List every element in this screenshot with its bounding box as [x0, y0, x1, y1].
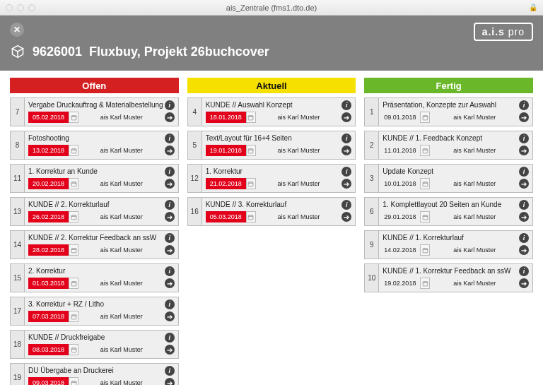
task-date[interactable]: 28.02.2018: [28, 244, 78, 256]
info-icon[interactable]: i: [165, 266, 175, 276]
calendar-icon[interactable]: [246, 211, 256, 222]
calendar-icon[interactable]: [69, 112, 78, 123]
info-icon[interactable]: i: [165, 333, 175, 343]
info-icon[interactable]: i: [165, 200, 175, 210]
calendar-icon[interactable]: [420, 145, 430, 156]
arrow-right-icon[interactable]: ➔: [341, 212, 351, 222]
info-icon[interactable]: i: [519, 266, 529, 276]
arrow-right-icon[interactable]: ➔: [165, 245, 175, 255]
arrow-right-icon[interactable]: ➔: [165, 179, 175, 189]
task-card[interactable]: 5Text/Layout für 16+4 Seiteni19.01.2018a…: [187, 131, 356, 160]
window-close-dot[interactable]: [6, 4, 13, 11]
info-icon[interactable]: i: [341, 167, 351, 177]
arrow-right-icon[interactable]: ➔: [341, 145, 351, 155]
info-icon[interactable]: i: [165, 299, 175, 309]
calendar-icon[interactable]: [246, 145, 256, 156]
task-date[interactable]: 26.02.2018: [28, 211, 78, 222]
task-date[interactable]: 05.03.2018: [206, 211, 256, 222]
task-date[interactable]: 20.02.2018: [28, 178, 78, 189]
info-icon[interactable]: i: [165, 100, 175, 110]
task-card[interactable]: 111. Korrektur an Kundei20.02.2018ais Ka…: [10, 164, 179, 193]
task-card[interactable]: 18KUNDE // Druckfreigabei08.03.2018ais K…: [10, 330, 179, 359]
info-icon[interactable]: i: [165, 233, 175, 243]
calendar-icon[interactable]: [69, 344, 78, 355]
task-card[interactable]: 152. Korrekturi01.03.2018ais Karl Muster…: [10, 263, 179, 292]
info-icon[interactable]: i: [341, 100, 351, 110]
arrow-right-icon[interactable]: ➔: [165, 278, 175, 288]
column-lane-current[interactable]: 4KUNDE // Auswahl Konzepti18.01.2018ais …: [187, 93, 356, 385]
task-date[interactable]: 01.03.2018: [28, 278, 78, 289]
close-button[interactable]: ✕: [10, 23, 24, 37]
window-min-dot[interactable]: [17, 4, 24, 11]
task-date[interactable]: 08.03.2018: [28, 344, 78, 355]
calendar-icon[interactable]: [69, 244, 78, 256]
task-card[interactable]: 1Präsentation, Konzepte zur Auswahli09.0…: [364, 97, 533, 126]
info-icon[interactable]: i: [341, 133, 351, 143]
arrow-right-icon[interactable]: ➔: [341, 179, 351, 189]
task-card[interactable]: 173. Korrektur + RZ / Lithoi07.03.2018ai…: [10, 297, 179, 326]
info-icon[interactable]: i: [519, 100, 529, 110]
info-icon[interactable]: i: [519, 233, 529, 243]
task-date[interactable]: 05.02.2018: [28, 112, 78, 123]
info-icon[interactable]: i: [165, 167, 175, 177]
task-card[interactable]: 7Vergabe Druckauftrag & Materialbestellu…: [10, 97, 179, 126]
calendar-icon[interactable]: [69, 211, 78, 222]
arrow-right-icon[interactable]: ➔: [341, 112, 351, 122]
calendar-icon[interactable]: [246, 112, 256, 123]
task-card[interactable]: 3Update Konzepti10.01.2018ais Karl Muste…: [364, 164, 533, 193]
task-card[interactable]: 13KUNDE // 2. Korrekturlaufi26.02.2018ai…: [10, 197, 179, 226]
arrow-right-icon[interactable]: ➔: [519, 245, 529, 255]
calendar-icon[interactable]: [420, 178, 430, 189]
info-icon[interactable]: i: [519, 200, 529, 210]
calendar-icon[interactable]: [420, 244, 430, 256]
arrow-right-icon[interactable]: ➔: [519, 212, 529, 222]
calendar-icon[interactable]: [69, 145, 78, 156]
task-date[interactable]: 07.03.2018: [28, 311, 78, 322]
column-lane-open[interactable]: 7Vergabe Druckauftrag & Materialbestellu…: [10, 93, 179, 385]
info-icon[interactable]: i: [165, 366, 175, 376]
info-icon[interactable]: i: [165, 133, 175, 143]
arrow-right-icon[interactable]: ➔: [519, 278, 529, 288]
task-date[interactable]: 11.01.2018: [383, 145, 430, 156]
task-date[interactable]: 09.03.2018: [28, 377, 78, 385]
info-icon[interactable]: i: [519, 133, 529, 143]
task-card[interactable]: 8Fotoshootingi13.02.2018ais Karl Muster➔: [10, 131, 179, 160]
arrow-right-icon[interactable]: ➔: [519, 145, 529, 155]
calendar-icon[interactable]: [69, 377, 78, 385]
task-date[interactable]: 29.01.2018: [383, 211, 430, 222]
task-card[interactable]: 16KUNDE // 3. Korrekturlaufi05.03.2018ai…: [187, 197, 356, 226]
task-date[interactable]: 14.02.2018: [383, 244, 430, 256]
arrow-right-icon[interactable]: ➔: [165, 212, 175, 222]
task-card[interactable]: 61. Komplettlayout 20 Seiten an Kundei29…: [364, 197, 533, 226]
task-card[interactable]: 19DU Übergabe an Druckereii09.03.2018ais…: [10, 363, 179, 385]
task-card[interactable]: 4KUNDE // Auswahl Konzepti18.01.2018ais …: [187, 97, 356, 126]
task-date[interactable]: 19.02.2018: [383, 278, 430, 289]
task-card[interactable]: 2KUNDE // 1. Feedback Konzepti11.01.2018…: [364, 131, 533, 160]
info-icon[interactable]: i: [519, 167, 529, 177]
task-date[interactable]: 19.01.2018: [206, 145, 256, 156]
calendar-icon[interactable]: [246, 178, 256, 189]
task-date[interactable]: 21.02.2018: [206, 178, 256, 189]
calendar-icon[interactable]: [420, 278, 430, 289]
info-icon[interactable]: i: [341, 200, 351, 210]
calendar-icon[interactable]: [69, 178, 78, 189]
calendar-icon[interactable]: [420, 211, 430, 222]
task-date[interactable]: 13.02.2018: [28, 145, 78, 156]
arrow-right-icon[interactable]: ➔: [165, 145, 175, 155]
calendar-icon[interactable]: [69, 278, 78, 289]
calendar-icon[interactable]: [420, 112, 430, 123]
arrow-right-icon[interactable]: ➔: [165, 311, 175, 321]
column-lane-done[interactable]: 1Präsentation, Konzepte zur Auswahli09.0…: [364, 93, 533, 385]
task-card[interactable]: 121. Korrekturi21.02.2018ais Karl Muster…: [187, 164, 356, 193]
task-date[interactable]: 09.01.2018: [383, 112, 430, 123]
window-max-dot[interactable]: [28, 4, 35, 11]
arrow-right-icon[interactable]: ➔: [165, 378, 175, 385]
task-date[interactable]: 18.01.2018: [206, 112, 256, 123]
task-card[interactable]: 9KUNDE // 1. Korrekturlaufi14.02.2018ais…: [364, 230, 533, 259]
task-card[interactable]: 10KUNDE // 1. Korrektur Feedback an ssWi…: [364, 263, 533, 292]
task-date[interactable]: 10.01.2018: [383, 178, 430, 189]
arrow-right-icon[interactable]: ➔: [165, 112, 175, 122]
arrow-right-icon[interactable]: ➔: [519, 112, 529, 122]
arrow-right-icon[interactable]: ➔: [519, 179, 529, 189]
arrow-right-icon[interactable]: ➔: [165, 345, 175, 355]
